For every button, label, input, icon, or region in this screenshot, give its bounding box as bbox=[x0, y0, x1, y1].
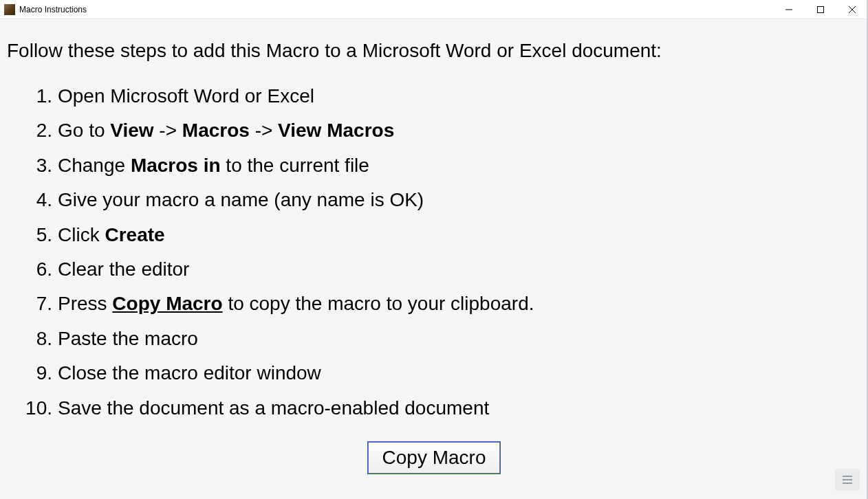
button-row: Copy Macro bbox=[7, 442, 861, 474]
step-item: Close the macro editor window bbox=[7, 356, 861, 390]
step-item: Save the document as a macro-enabled doc… bbox=[7, 391, 861, 425]
hamburger-icon bbox=[843, 476, 852, 484]
step-item: Give your macro a name (any name is OK) bbox=[7, 183, 861, 217]
minimize-button[interactable] bbox=[773, 0, 805, 19]
window-titlebar: Macro Instructions bbox=[0, 0, 868, 19]
step-item: Clear the editor bbox=[7, 252, 861, 287]
copy-macro-button[interactable]: Copy Macro bbox=[368, 442, 501, 474]
window-title: Macro Instructions bbox=[19, 5, 773, 14]
intro-text: Follow these steps to add this Macro to … bbox=[7, 38, 861, 63]
step-item: Click Create bbox=[7, 218, 861, 252]
content-area: Follow these steps to add this Macro to … bbox=[0, 19, 868, 480]
close-button[interactable] bbox=[836, 0, 868, 19]
step-item: Press Copy Macro to copy the macro to yo… bbox=[7, 287, 861, 321]
step-item: Change Macros in to the current file bbox=[7, 148, 861, 183]
window-controls bbox=[773, 0, 868, 19]
maximize-button[interactable] bbox=[805, 0, 836, 19]
app-icon bbox=[4, 4, 15, 15]
steps-list: Open Microsoft Word or Excel Go to View … bbox=[7, 79, 861, 425]
step-item: Go to View -> Macros -> View Macros bbox=[7, 113, 861, 148]
svg-rect-1 bbox=[818, 6, 824, 12]
hamburger-menu-icon[interactable] bbox=[835, 469, 860, 491]
step-item: Paste the macro bbox=[7, 322, 861, 356]
step-item: Open Microsoft Word or Excel bbox=[7, 79, 861, 113]
